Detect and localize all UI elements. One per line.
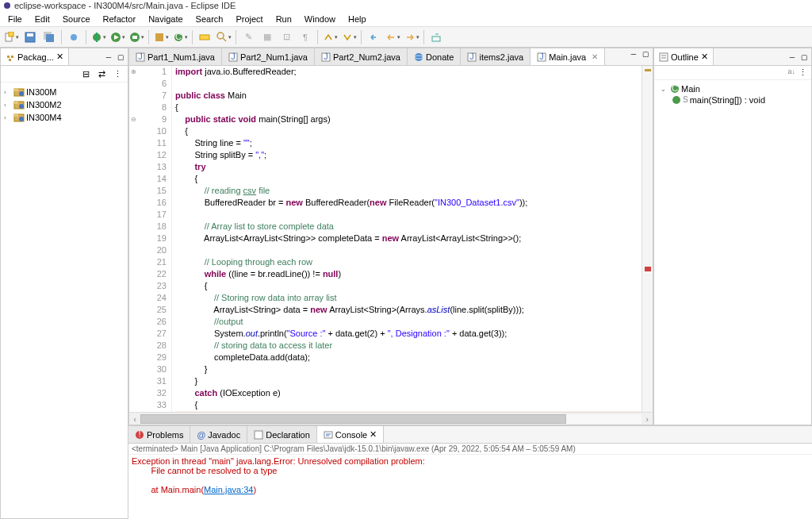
new-class-button[interactable]: C▾ [171,29,189,46]
editor-tab[interactable]: JPart2_Num2.java [315,48,408,65]
annotation-next-button[interactable]: ▾ [340,29,358,46]
svg-point-52 [672,96,680,104]
svg-rect-47 [660,53,668,61]
overview-ruler[interactable] [642,66,653,412]
debug-button[interactable]: ▾ [90,29,107,46]
class-icon: C [670,84,680,94]
sort-icon[interactable]: a↓ [787,67,795,78]
outline-method[interactable]: S main(String[]) : void [657,94,808,106]
bottom-tab-problems[interactable]: !Problems [128,426,190,443]
breakpoint-toggle-button[interactable] [65,29,82,46]
editor-tab[interactable]: JPart1_Num1.java [129,48,222,65]
outline-tab[interactable]: Outline ✕ [654,48,714,65]
svg-rect-28 [14,102,18,104]
editor-body[interactable]: ⊕⊖! 167891011121314151617181920212223242… [129,66,653,412]
menu-item-window[interactable]: Window [298,13,342,25]
svg-rect-21 [7,56,10,58]
minimize-icon[interactable]: ─ [628,48,639,60]
menu-item-source[interactable]: Source [56,13,97,25]
collapse-all-icon[interactable]: ⊟ [79,67,92,80]
marker-strip: ⊕⊖! [129,66,140,412]
close-icon[interactable]: ✕ [592,52,598,61]
svg-rect-20 [432,37,440,41]
bottom-tab-declaration[interactable]: Declaration [247,426,317,443]
project-item[interactable]: ›IN300M4 [4,111,124,124]
project-item[interactable]: ›IN300M [4,86,124,98]
back-button[interactable]: ▾ [384,29,401,46]
close-icon[interactable]: ✕ [56,52,63,62]
new-java-button[interactable]: ▾ [152,29,170,46]
menu-item-edit[interactable]: Edit [29,13,56,25]
save-button[interactable] [21,29,39,46]
bottom-panel: !Problems@JavadocDeclarationConsole ✕ <t… [128,425,812,519]
svg-rect-4 [27,33,33,37]
editor-tab[interactable]: Donate [408,48,461,65]
code-area[interactable]: import java.io.BufferedReader; public cl… [172,66,642,412]
menu-item-file[interactable]: File [2,13,29,25]
link-editor-icon[interactable]: ⇄ [95,67,108,80]
editor-tab[interactable]: JMain.java✕ [530,48,605,65]
run-button[interactable]: ▾ [109,29,126,46]
package-explorer-tab[interactable]: Packag... ✕ [1,48,69,65]
console-icon [324,430,333,440]
line-gutter[interactable]: 1678910111213141516171819202122232425262… [140,66,172,412]
maximize-icon[interactable]: ▢ [115,52,126,63]
package-tree[interactable]: ›IN300M›IN300M2›IN300M4 [1,83,128,518]
svg-rect-6 [46,34,54,42]
show-whitespace-button[interactable]: ⊡ [278,29,295,46]
svg-text:J: J [539,52,544,61]
close-icon[interactable]: ✕ [370,429,377,440]
svg-rect-22 [11,56,13,58]
pin-button[interactable]: ¶ [297,29,314,46]
svg-point-29 [19,104,24,109]
editor-hscroll[interactable]: ‹ › [129,412,653,425]
toggle-mark-button[interactable]: ✎ [239,29,257,46]
svg-rect-14 [155,33,163,41]
annotation-prev-button[interactable]: ▾ [321,29,339,46]
menu-item-navigate[interactable]: Navigate [142,13,189,25]
outline-tree[interactable]: ⌄ C Main S main(String[]) : void [654,80,811,425]
menu-item-help[interactable]: Help [342,13,373,25]
editor-tab[interactable]: Jitems2.java [461,48,530,65]
stack-trace-link[interactable]: Main.java:34 [204,485,253,494]
svg-rect-31 [14,114,18,117]
menu-item-run[interactable]: Run [270,13,298,25]
outline-icon [659,52,668,62]
maximize-icon[interactable]: ▢ [799,52,810,63]
view-menu-icon[interactable]: ⋮ [796,67,810,78]
menu-item-refactor[interactable]: Refactor [97,13,143,25]
coverage-button[interactable]: ▾ [128,29,145,46]
project-icon [13,86,25,98]
menu-item-project[interactable]: Project [229,13,269,25]
method-icon [672,95,681,105]
project-item[interactable]: ›IN300M2 [4,98,124,111]
svg-rect-13 [132,36,137,39]
menu-item-search[interactable]: Search [190,13,230,25]
minimize-icon[interactable]: ─ [103,52,114,63]
pin-editor-button[interactable] [427,29,445,46]
close-icon[interactable]: ✕ [701,52,708,62]
console-body[interactable]: Exception in thread "main" java.lang.Err… [128,455,812,519]
project-icon [13,112,25,123]
svg-rect-17 [200,35,209,40]
project-icon [13,99,25,110]
main-toolbar: ▾ ▾ ▾ ▾ ▾ C▾ ▾ ✎ ▦ ⊡ ¶ ▾ ▾ ▾ ▾ [0,27,812,48]
bottom-tab-console[interactable]: Console ✕ [317,426,384,443]
save-all-button[interactable] [40,29,58,46]
outline-class[interactable]: ⌄ C Main [657,83,808,94]
file-icon: J [321,52,331,62]
view-menu-icon[interactable]: ⋮ [111,67,124,80]
declaration-icon [254,430,263,440]
forward-button[interactable]: ▾ [403,29,420,46]
open-type-button[interactable] [196,29,213,46]
bottom-tab-javadoc[interactable]: @Javadoc [190,426,247,443]
editor-tab[interactable]: JPart2_Num1.java [222,48,315,65]
new-button[interactable]: ▾ [2,29,20,46]
eclipse-icon [3,2,11,10]
maximize-icon[interactable]: ▢ [640,48,651,60]
last-edit-button[interactable] [365,29,382,46]
toggle-block-button[interactable]: ▦ [259,29,276,46]
svg-line-19 [223,38,226,41]
search-button[interactable]: ▾ [215,29,232,46]
minimize-icon[interactable]: ─ [787,52,798,63]
